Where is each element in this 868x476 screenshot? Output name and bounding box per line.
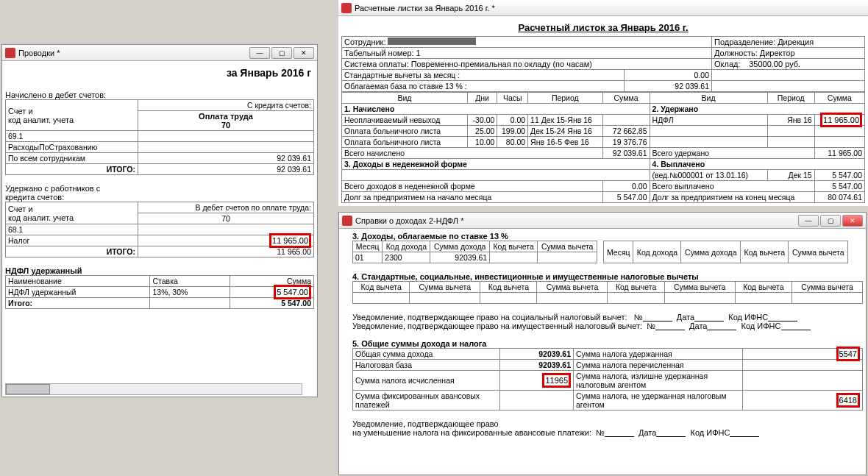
section-debit-title: Начислено в дебет счетов:	[5, 90, 314, 99]
highlight-11965: 11965	[542, 373, 571, 388]
close-button[interactable]: ✕	[294, 47, 314, 59]
table-row: Оплата больничного листа10.0080.00Янв 16…	[342, 137, 865, 148]
table-row: По всем сотрудникам92 039.61	[6, 153, 314, 164]
highlight-ndfl-sum: 11 965.00	[820, 113, 862, 127]
minimize-button[interactable]: —	[798, 215, 819, 227]
highlight-5547: 5547	[836, 347, 860, 361]
table-row: (вед.№000001 от 13.01.16)Дек 155 547.00	[342, 170, 865, 181]
table-row: Неоплачиваемый невыход-30.000.0011 Дек 1…	[342, 115, 865, 126]
table-row: 01230092039.61	[353, 252, 597, 263]
app-icon	[5, 48, 15, 58]
horizontal-scrollbar[interactable]	[5, 383, 302, 395]
highlight-6418: 6418	[836, 393, 860, 408]
titlebar-payslip[interactable]: Расчетные листки за Январь 2016 г. *	[338, 0, 868, 16]
window-title: Проводки *	[18, 49, 249, 57]
highlight-ndfl: 5 547.00	[274, 285, 311, 299]
table-row: Сумма налога исчисленная11965Сумма налог…	[353, 371, 863, 391]
app-icon	[341, 3, 352, 13]
minimize-button[interactable]: —	[249, 47, 270, 59]
table-row: НДФЛ удержанный13%, 30%5 547.00	[6, 287, 314, 298]
table-row: РасходыПоСтрахованию	[6, 142, 314, 153]
highlight-tax: 11 965.00	[269, 233, 311, 248]
maximize-button[interactable]: ▢	[271, 47, 292, 59]
app-icon	[342, 216, 352, 226]
titlebar-2ndfl[interactable]: Справки о доходах 2-НДФЛ * — ▢ ✕	[339, 213, 866, 229]
table-row: Налоговая база92039.61Сумма налога переч…	[353, 360, 863, 371]
table-row: 69.1	[6, 131, 314, 142]
table-row: Оплата больничного листа25.00199.00Дек 1…	[342, 126, 865, 137]
doc-heading: за Январь 2016 г	[5, 64, 314, 82]
table-row: Налог11 965.00	[6, 235, 314, 246]
titlebar-postings[interactable]: Проводки * — ▢ ✕	[2, 45, 317, 61]
table-row: Сумма фиксированных авансовых платежейСу…	[353, 391, 863, 411]
table-row: 68.1	[6, 224, 314, 235]
table-row: Общая сумма дохода92039.61Сумма налога у…	[353, 349, 863, 360]
window-postings: Проводки * — ▢ ✕ за Январь 2016 г Начисл…	[1, 44, 318, 397]
close-button[interactable]: ✕	[842, 215, 863, 227]
window-payslip: Расчетные листки за Январь 2016 г. * Рас…	[338, 0, 868, 206]
window-2ndfl: Справки о доходах 2-НДФЛ * — ▢ ✕ 3. Дохо…	[338, 212, 867, 475]
maximize-button[interactable]: ▢	[820, 215, 841, 227]
